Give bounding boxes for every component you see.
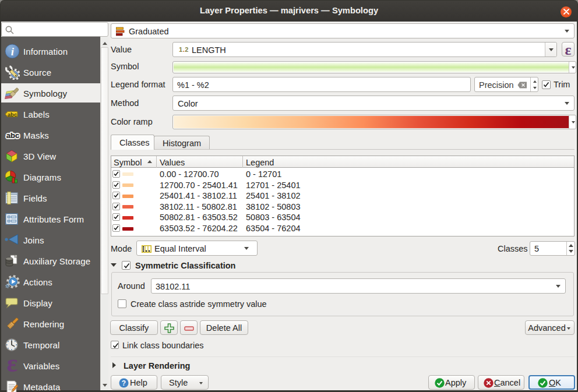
svg-text:i: i [11,45,15,58]
svg-text:ε: ε [7,358,18,373]
svg-text:abc: abc [6,131,19,140]
svg-text:?: ? [122,379,126,387]
svg-text:abc: abc [8,111,17,118]
